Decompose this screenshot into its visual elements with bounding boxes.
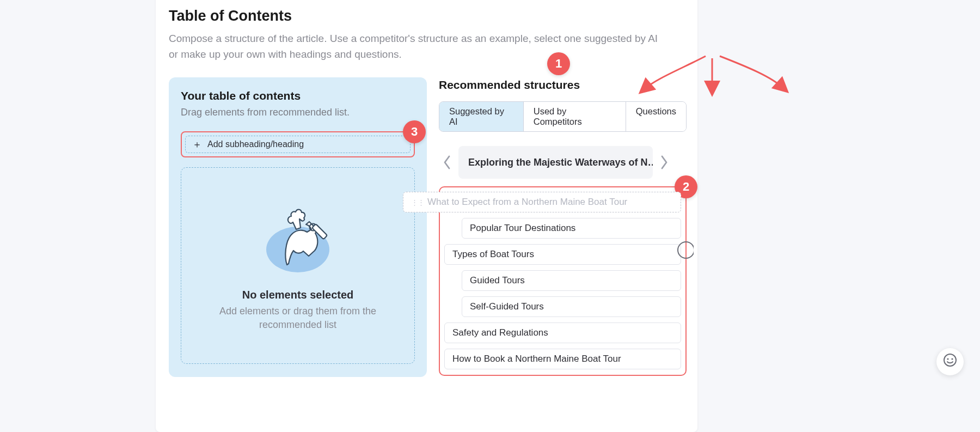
plus-icon: ＋ <box>192 139 202 149</box>
structure-item-label: Self-Guided Tours <box>470 301 544 312</box>
structure-item-label: Guided Tours <box>470 275 525 285</box>
your-toc-panel: Your table of contents Drag elements fro… <box>169 77 427 377</box>
drag-handle-icon: ⋮⋮ <box>411 198 424 206</box>
your-toc-title: Your table of contents <box>181 89 415 102</box>
structure-item-label: Popular Tour Destinations <box>470 223 575 233</box>
chevron-right-icon <box>660 155 669 170</box>
structure-item-dragging[interactable]: ⋮⋮What to Expect from a Northern Maine B… <box>403 192 681 212</box>
carousel-title-text: Exploring the Majestic Waterways of N… <box>468 157 653 168</box>
carousel-prev-button[interactable] <box>439 149 455 175</box>
toc-card: Table of Contents Compose a structure of… <box>156 0 697 432</box>
chevron-left-icon <box>443 155 451 170</box>
structure-item-label: How to Book a Northern Maine Boat Tour <box>452 354 621 364</box>
annotation-badge-1: 1 <box>547 52 570 75</box>
tab-questions[interactable]: Questions <box>626 102 686 131</box>
carousel-card-title[interactable]: Exploring the Majestic Waterways of N… <box>458 146 653 179</box>
carousel-next-button[interactable] <box>656 149 672 175</box>
help-chat-button[interactable] <box>936 348 964 375</box>
page-description: Compose a structure of the article. Use … <box>169 31 670 62</box>
svg-point-4 <box>947 358 948 360</box>
empty-state-description: Add elements or drag them from the recom… <box>211 305 385 332</box>
empty-illustration-icon <box>257 199 339 276</box>
empty-drop-zone[interactable]: No elements selected Add elements or dra… <box>181 167 415 364</box>
structure-item[interactable]: Types of Boat Tours <box>444 244 681 265</box>
add-subheading-label: Add subheading/heading <box>207 139 304 149</box>
empty-state-title: No elements selected <box>242 289 354 301</box>
your-toc-subtitle: Drag elements from recommended list. <box>181 107 415 118</box>
svg-point-3 <box>944 354 956 366</box>
two-column-layout: Your table of contents Drag elements fro… <box>169 77 684 377</box>
structure-item[interactable]: How to Book a Northern Maine Boat Tour <box>444 349 681 369</box>
structure-item[interactable]: Self-Guided Tours <box>462 296 681 317</box>
page-title: Table of Contents <box>169 8 684 25</box>
structure-item-label: What to Expect from a Northern Maine Boa… <box>427 197 627 207</box>
annotation-badge-3: 3 <box>403 120 426 143</box>
recommended-panel: Recommended structures Suggested by AI U… <box>439 77 687 377</box>
svg-point-5 <box>951 358 953 360</box>
structure-item[interactable]: Safety and Regulations <box>444 323 681 343</box>
add-subheading-button[interactable]: ＋ Add subheading/heading <box>185 136 411 153</box>
tab-used-by-competitors[interactable]: Used by Competitors <box>524 102 626 131</box>
structure-tabs: Suggested by AI Used by Competitors Ques… <box>439 101 687 132</box>
structure-item[interactable]: Popular Tour Destinations <box>462 218 681 239</box>
suggested-structure-highlight: 2 ⋮⋮What to Expect from a Northern Maine… <box>439 186 687 376</box>
structure-item-label: Types of Boat Tours <box>452 249 534 259</box>
add-heading-highlight: 3 ＋ Add subheading/heading <box>181 131 415 157</box>
tab-suggested-by-ai[interactable]: Suggested by AI <box>439 102 524 131</box>
recommended-title: Recommended structures <box>439 78 687 92</box>
structure-item[interactable]: Guided Tours <box>462 270 681 291</box>
structure-carousel: Exploring the Majestic Waterways of N… <box>439 146 687 179</box>
structure-item-label: Safety and Regulations <box>452 327 548 338</box>
smile-icon <box>943 353 957 370</box>
